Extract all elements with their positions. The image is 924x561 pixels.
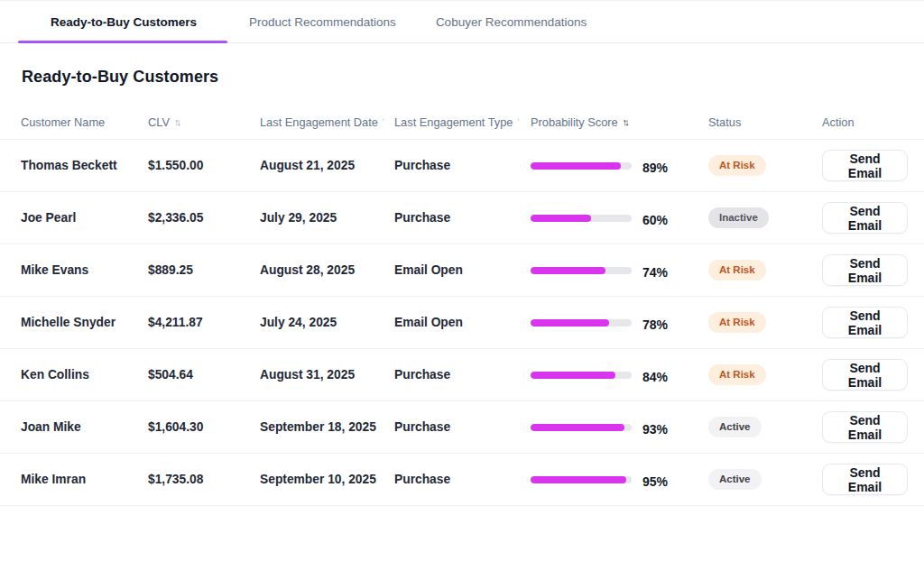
table-header-row: Customer Name CLV ↑↓ Last Engagement Dat…: [0, 105, 924, 140]
probability-score-value: 93%: [642, 422, 668, 437]
probability-bar-fill: [531, 372, 615, 379]
clv-cell: $2,336.05: [148, 211, 260, 225]
action-cell: Send Email: [822, 307, 908, 338]
table-row: Michelle Snyder $4,211.87 July 24, 2025 …: [0, 297, 924, 349]
status-cell: At Risk: [708, 155, 822, 177]
send-email-button[interactable]: Send Email: [822, 150, 908, 181]
status-badge: Active: [708, 469, 762, 491]
status-badge: At Risk: [708, 312, 766, 334]
table-row: Ken Collins $504.64 August 31, 2025 Purc…: [0, 349, 924, 401]
column-header[interactable]: Last Engagement Date ʹ: [260, 115, 394, 129]
send-email-button[interactable]: Send Email: [822, 307, 908, 338]
probability-score-value: 95%: [642, 474, 668, 489]
customer-name-cell: Joan Mike: [21, 420, 148, 434]
last-engagement-date-cell: September 18, 2025: [260, 420, 394, 434]
send-email-button[interactable]: Send Email: [822, 202, 908, 234]
last-engagement-date-cell: August 31, 2025: [260, 368, 394, 382]
status-cell: At Risk: [708, 260, 822, 281]
send-email-button[interactable]: Send Email: [822, 464, 908, 495]
probability-bar-track: [531, 476, 632, 483]
customer-name-cell: Ken Collins: [21, 368, 148, 382]
probability-bar-fill: [531, 476, 626, 483]
clv-cell: $504.64: [148, 368, 260, 382]
last-engagement-type-cell: Purchase: [394, 420, 531, 434]
column-header: Status: [708, 115, 822, 129]
probability-score-cell: 74%: [531, 263, 708, 278]
probability-bar-track: [531, 215, 632, 222]
probability-bar-fill: [531, 215, 591, 222]
last-engagement-date-cell: August 21, 2025: [260, 159, 394, 172]
table-row: Joe Pearl $2,336.05 July 29, 2025 Purcha…: [0, 192, 924, 244]
action-cell: Send Email: [822, 464, 908, 495]
table-row: Mike Evans $889.25 August 28, 2025 Email…: [0, 244, 924, 297]
customer-name-cell: Thomas Beckett: [21, 159, 148, 172]
column-header[interactable]: Probability Score ↑↓: [531, 115, 708, 129]
sort-icon: ↑↓: [174, 116, 181, 127]
probability-bar-fill: [531, 319, 609, 326]
last-engagement-date-cell: September 10, 2025: [260, 473, 394, 486]
action-cell: Send Email: [822, 411, 908, 443]
table-body: Thomas Beckett $1.550.00 August 21, 2025…: [0, 140, 924, 506]
column-header-label: Probability Score: [531, 115, 618, 129]
probability-score-cell: 60%: [531, 211, 708, 225]
probability-bar-fill: [531, 162, 621, 170]
probability-score-cell: 95%: [531, 473, 708, 487]
status-cell: Active: [708, 417, 822, 438]
status-cell: Active: [708, 469, 822, 491]
last-engagement-date-cell: July 24, 2025: [260, 316, 394, 329]
clv-cell: $1,604.30: [148, 420, 260, 434]
probability-bar-track: [531, 424, 632, 431]
last-engagement-type-cell: Purchase: [394, 211, 531, 225]
probability-score-cell: 84%: [531, 368, 708, 382]
probability-score-cell: 93%: [531, 420, 708, 435]
tab-cobuyer-recommendations[interactable]: Cobuyer Recommendations: [416, 1, 606, 42]
action-cell: Send Email: [822, 202, 908, 234]
send-email-button[interactable]: Send Email: [822, 254, 908, 286]
clv-cell: $1.550.00: [148, 159, 260, 172]
status-badge: At Risk: [708, 155, 766, 177]
send-email-button[interactable]: Send Email: [822, 411, 908, 443]
action-cell: Send Email: [822, 150, 908, 181]
sort-icon: ʹ: [517, 117, 522, 127]
status-cell: Inactive: [708, 207, 822, 229]
customer-name-cell: Mike Evans: [21, 263, 148, 277]
clv-cell: $889.25: [148, 263, 260, 277]
probability-score-cell: 89%: [531, 159, 708, 173]
action-cell: Send Email: [822, 359, 908, 391]
table-row: Thomas Beckett $1.550.00 August 21, 2025…: [0, 140, 924, 192]
customer-name-cell: Joe Pearl: [21, 211, 148, 225]
column-header-label: Action: [822, 115, 855, 129]
page-title: Ready-to-Buy Customers: [22, 68, 924, 87]
status-badge: Active: [708, 417, 762, 438]
status-cell: At Risk: [708, 312, 822, 334]
column-header[interactable]: CLV ↑↓: [148, 115, 260, 129]
tab-ready-to-buy-customers[interactable]: Ready-to-Buy Customers: [18, 1, 229, 42]
probability-score-value: 84%: [642, 370, 668, 384]
status-cell: At Risk: [708, 364, 822, 386]
probability-score-cell: 78%: [531, 316, 708, 330]
last-engagement-type-cell: Purchase: [394, 368, 531, 382]
column-header-label: Last Engagement Date: [260, 115, 378, 129]
customer-name-cell: Michelle Snyder: [21, 316, 148, 329]
probability-score-value: 89%: [642, 161, 668, 175]
last-engagement-date-cell: July 29, 2025: [260, 211, 394, 225]
action-cell: Send Email: [822, 254, 908, 286]
column-header-label: CLV: [148, 115, 170, 129]
status-badge: At Risk: [708, 364, 766, 386]
status-badge: At Risk: [708, 260, 766, 281]
sort-icon: ʹ: [383, 117, 387, 127]
tab-product-recommendations[interactable]: Product Recommendations: [229, 1, 416, 42]
column-header[interactable]: Last Engagement Type ʹ: [394, 115, 531, 129]
status-badge: Inactive: [708, 207, 769, 229]
send-email-button[interactable]: Send Email: [822, 359, 908, 391]
clv-cell: $4,211.87: [148, 316, 260, 329]
probability-bar-track: [531, 162, 632, 170]
column-header-label: Customer Name: [21, 115, 105, 129]
customer-name-cell: Mike Imran: [21, 473, 148, 486]
table-row: Mike Imran $1,735.08 September 10, 2025 …: [0, 454, 924, 506]
probability-score-value: 74%: [642, 265, 668, 280]
probability-score-value: 60%: [642, 213, 668, 227]
probability-bar-track: [531, 319, 632, 326]
sort-icon: ↑↓: [623, 116, 630, 127]
probability-bar-fill: [531, 424, 624, 431]
